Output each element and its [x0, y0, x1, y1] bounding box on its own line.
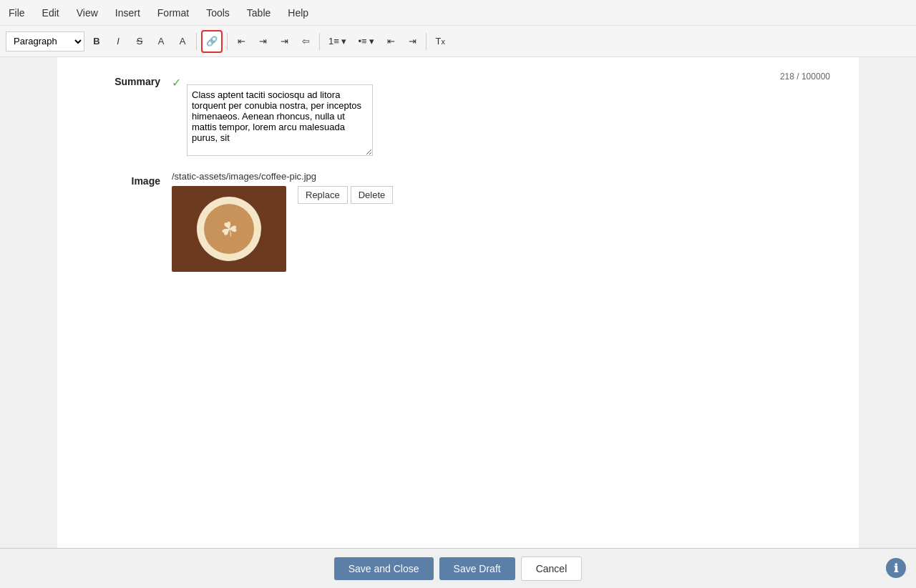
bold-button[interactable]: B: [87, 31, 106, 52]
menu-insert[interactable]: Insert: [112, 6, 143, 20]
menu-help[interactable]: Help: [285, 6, 311, 20]
highlight-button[interactable]: A: [173, 31, 192, 52]
indent-increase-button[interactable]: ⇥: [403, 31, 422, 52]
replace-image-button[interactable]: Replace: [298, 186, 348, 204]
link-button[interactable]: 🔗: [201, 30, 223, 53]
coffee-leaf-icon: ☘: [217, 215, 242, 243]
menu-table[interactable]: Table: [244, 6, 273, 20]
align-center-button[interactable]: ⇥: [253, 31, 272, 52]
coffee-latte-art: ☘: [197, 197, 261, 261]
menu-edit[interactable]: Edit: [39, 6, 62, 20]
align-justify-button[interactable]: ⇦: [296, 31, 315, 52]
summary-check-icon: ✓: [172, 72, 181, 89]
image-action-buttons: Replace Delete: [298, 186, 393, 204]
image-label: Image: [86, 171, 172, 187]
editor-toolbar: Paragraph B I S A A 🔗 ⇤ ⇥ ⇥ ⇦ 1≡ ▾ •≡ ▾ …: [0, 26, 916, 57]
divider4: [426, 33, 427, 50]
strikethrough-button[interactable]: S: [130, 31, 149, 52]
save-and-close-button[interactable]: Save and Close: [334, 557, 434, 580]
save-draft-button[interactable]: Save Draft: [439, 557, 515, 580]
menu-file[interactable]: File: [6, 6, 28, 20]
ordered-list-button[interactable]: 1≡ ▾: [324, 31, 351, 52]
unordered-list-button[interactable]: •≡ ▾: [354, 31, 379, 52]
image-field-row: Image /static-assets/images/coffee-pic.j…: [86, 171, 830, 272]
clear-format-button[interactable]: Tx: [431, 31, 449, 52]
bottom-toolbar: Save and Close Save Draft Cancel: [0, 548, 916, 588]
italic-button[interactable]: I: [109, 31, 127, 52]
coffee-inner-circle: ☘: [204, 204, 254, 254]
image-content: /static-assets/images/coffee-pic.jpg ☘ R…: [172, 171, 830, 272]
summary-content: 218 / 100000: [187, 72, 830, 158]
indent-decrease-button[interactable]: ⇤: [381, 31, 400, 52]
cancel-button[interactable]: Cancel: [521, 557, 583, 581]
info-button[interactable]: ℹ: [886, 558, 906, 578]
summary-label: Summary: [86, 72, 172, 87]
summary-textarea[interactable]: [187, 84, 373, 156]
menu-view[interactable]: View: [74, 6, 101, 20]
image-path: /static-assets/images/coffee-pic.jpg: [172, 171, 830, 182]
divider3: [319, 33, 320, 50]
summary-field-row: Summary ✓ 218 / 100000: [86, 72, 830, 158]
image-preview: ☘: [172, 186, 286, 272]
align-left-button[interactable]: ⇤: [232, 31, 250, 52]
align-right-button[interactable]: ⇥: [275, 31, 293, 52]
divider1: [196, 33, 197, 50]
menu-tools[interactable]: Tools: [203, 6, 233, 20]
delete-image-button[interactable]: Delete: [351, 186, 394, 204]
main-content: Summary ✓ 218 / 100000 Image /static-ass…: [57, 57, 859, 548]
char-count: 218 / 100000: [187, 72, 830, 82]
divider2: [227, 33, 228, 50]
menu-bar: File Edit View Insert Format Tools Table…: [0, 0, 916, 26]
menu-format[interactable]: Format: [155, 6, 192, 20]
paragraph-style-select[interactable]: Paragraph: [6, 31, 84, 52]
text-color-button[interactable]: A: [152, 31, 170, 52]
